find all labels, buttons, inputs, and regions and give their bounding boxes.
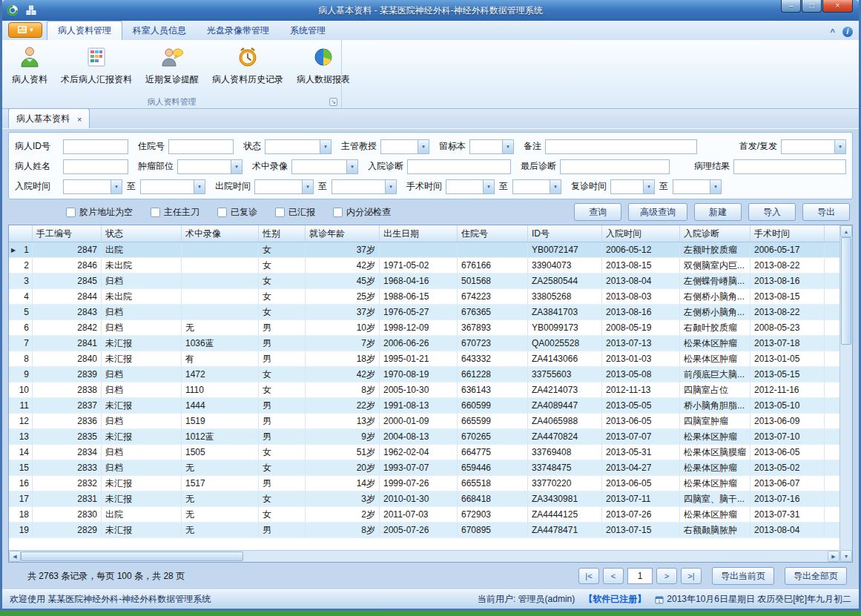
close-tab-icon[interactable]: × [77,116,82,123]
table-row[interactable]: 122836归档1519男13岁2000-01-09665599ZA406598… [9,414,839,429]
patient-name-input[interactable] [63,159,128,174]
first-page-button[interactable]: |< [578,568,599,584]
column-header[interactable]: 状态 [102,225,182,242]
quick-access-toolbar-icon[interactable] [26,5,36,16]
filter-checkbox[interactable]: 内分泌检查 [333,206,391,219]
checkbox-icon[interactable] [333,208,343,217]
vscroll-thumb[interactable] [841,237,851,345]
surgery-time-from-select[interactable] [446,179,495,194]
surgery-video-select[interactable] [291,159,358,174]
registered-badge[interactable]: 【软件已注册】 [584,593,646,606]
import-button[interactable]: 导入 [748,203,796,221]
table-row[interactable]: 52843归档女37岁1976-05-27676365ZA38417032013… [9,305,839,320]
hscroll-track[interactable] [243,551,828,562]
postop-report-button[interactable]: 术后病人汇报资料 [54,42,139,89]
filter-checkbox[interactable]: 主任主刀 [151,206,199,219]
revisit-time-from-select[interactable] [610,179,655,194]
pathology-input[interactable] [733,159,846,174]
last-page-button[interactable]: >| [681,568,702,584]
column-header[interactable]: ID号 [528,225,602,242]
close-button[interactable]: × [822,0,853,13]
admit-time-from-select[interactable] [63,179,122,194]
page-number-input[interactable]: 1 [627,568,653,584]
discharge-time-to-select[interactable] [331,179,397,194]
maximize-button[interactable]: □ [802,0,822,13]
revisit-time-to-select[interactable] [673,179,722,194]
table-row[interactable]: 182830出院无女2岁2011-07-03672903ZA4444125201… [9,507,839,523]
vertical-scrollbar[interactable]: ▲ ▼ [839,225,852,562]
table-row[interactable]: 132835未汇报1012蓝男9岁2004-08-13670265ZA44708… [9,429,839,445]
column-header[interactable]: 出生日期 [380,225,458,242]
history-record-button[interactable]: 病人资料历史记录 [205,42,290,89]
patient-id-input[interactable] [63,139,128,154]
column-header[interactable] [9,225,33,242]
hscroll-thumb[interactable] [21,552,243,561]
first-recur-select[interactable] [781,139,846,154]
column-header[interactable]: 术中录像 [182,225,259,242]
status-select[interactable] [265,139,331,154]
next-page-button[interactable]: > [656,568,677,584]
specimen-select[interactable] [469,139,514,154]
export-button[interactable]: 导出 [802,203,850,221]
ribbon-tab[interactable]: 病人资料管理 [47,21,122,40]
filter-checkbox[interactable]: 已汇报 [275,206,315,219]
table-row[interactable]: 112837未汇报1444男22岁1991-08-13660599ZA40894… [9,398,839,414]
scroll-up-icon[interactable]: ▲ [840,225,852,237]
table-row[interactable]: 162832未汇报1517男14岁1999-07-266655183377022… [9,476,839,491]
data-report-button[interactable]: 病人数据报表 [290,42,357,89]
table-row[interactable]: 72841未汇报1036蓝男7岁2006-06-26670723QA002552… [9,336,839,351]
dialog-launcher-icon[interactable]: ↘ [329,98,337,106]
table-row[interactable]: 142834归档1505女51岁1962-02-0466477533769408… [9,445,839,460]
ribbon-tab[interactable]: 光盘录像带管理 [197,21,280,40]
column-header[interactable]: 就诊年龄 [306,225,380,242]
application-menu-button[interactable]: ▾ [8,22,42,38]
prev-page-button[interactable]: < [603,568,624,584]
vscroll-track[interactable] [840,345,852,550]
column-header[interactable]: 入院时间 [602,225,680,242]
table-row[interactable]: 192829未汇报无男8岁2005-07-26670895ZA447847120… [9,523,839,538]
final-diag-input[interactable] [560,159,670,174]
table-row[interactable]: 32845归档女45岁1968-04-16501568ZA25805442013… [9,274,839,289]
tumor-site-select[interactable] [177,159,243,174]
advanced-search-button[interactable]: 高级查询 [628,203,687,221]
column-header[interactable]: 手术时间 [751,225,825,242]
export-all-pages-button[interactable]: 导出全部页 [785,567,847,585]
table-row[interactable]: 172831未汇报无女3岁2010-01-30668418ZA343098120… [9,491,839,507]
column-header[interactable]: 手工编号 [33,225,102,242]
column-header[interactable]: 住院号 [458,225,528,242]
table-row[interactable]: 92839归档1472女42岁1970-08-19661228337556032… [9,367,839,382]
admission-diag-input[interactable] [407,159,511,174]
filter-checkbox[interactable]: 胶片地址为空 [66,206,133,219]
ribbon-tab[interactable]: 科室人员信息 [122,21,197,40]
new-button[interactable]: 新建 [694,203,742,221]
revisit-reminder-button[interactable]: 近期复诊提醒 [139,42,205,89]
table-row[interactable]: 22846未出院女42岁1971-05-02676166339040732013… [9,258,839,274]
surgery-time-to-select[interactable] [512,179,561,194]
export-current-page-button[interactable]: 导出当前页 [712,567,774,585]
ribbon-tab[interactable]: 系统管理 [280,21,336,40]
professor-select[interactable] [380,139,429,154]
remark-input[interactable] [545,139,697,154]
scroll-right-icon[interactable]: ▶ [828,551,839,562]
column-header[interactable]: 入院诊断 [680,225,751,242]
admit-time-to-select[interactable] [140,179,205,194]
table-row[interactable]: 102838归档1110女8岁2005-10-30636143ZA4214073… [9,382,839,398]
search-button[interactable]: 查询 [574,203,621,221]
minimize-button[interactable]: – [781,0,801,13]
table-row[interactable]: 42844未出院女25岁1988-06-15674223338052682013… [9,289,839,305]
info-icon[interactable]: i [842,27,853,37]
admission-no-input[interactable] [168,139,234,154]
table-row[interactable]: 152833归档无女20岁1993-07-0765944633748475201… [9,460,839,476]
discharge-time-from-select[interactable] [254,179,314,194]
checkbox-icon[interactable] [275,208,285,217]
column-header[interactable]: 性别 [259,225,306,242]
checkbox-icon[interactable] [66,208,76,217]
checkbox-icon[interactable] [151,208,160,217]
scroll-down-icon[interactable]: ▼ [840,550,852,562]
patient-info-button[interactable]: 病人资料 [5,42,54,89]
table-row[interactable]: ▶12847出院女37岁YB00721472006-05-12左额叶胶质瘤200… [9,242,839,258]
filter-checkbox[interactable]: 已复诊 [217,206,257,219]
collapse-ribbon-icon[interactable]: ^ [831,27,835,36]
table-row[interactable]: 82840未汇报有男18岁1995-01-21643332ZA414306620… [9,351,839,367]
tab-patient-basic-info[interactable]: 病人基本资料 × [8,108,90,128]
